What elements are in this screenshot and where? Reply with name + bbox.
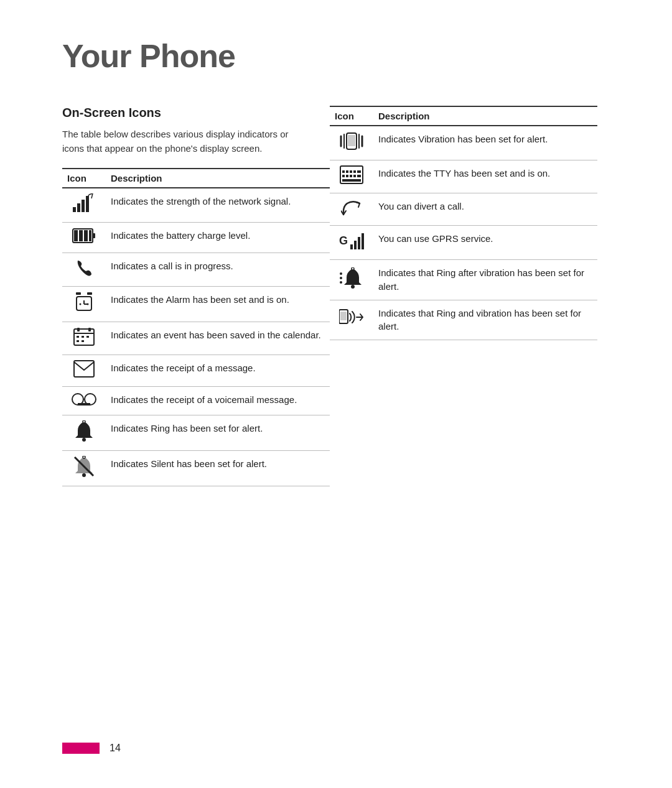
table-row: Indicates the TTY has been set and is on… (330, 160, 597, 193)
svg-rect-10 (93, 233, 95, 238)
icon-description: Indicates the TTY has been set and is on… (373, 160, 597, 193)
svg-rect-41 (350, 170, 352, 173)
left-col-desc-header: Description (106, 169, 330, 188)
svg-rect-13 (87, 292, 92, 295)
svg-rect-21 (88, 328, 91, 331)
svg-point-17 (87, 304, 89, 305)
intro-text: The table below describes various displa… (62, 127, 299, 155)
svg-rect-8 (84, 230, 88, 241)
svg-rect-9 (89, 230, 91, 241)
icon-description: Indicates an event has been saved in the… (106, 322, 330, 355)
svg-rect-42 (353, 170, 356, 173)
svg-rect-39 (342, 170, 345, 173)
table-row: Indicates Silent has been set for alert. (62, 451, 330, 486)
svg-point-56 (340, 277, 342, 279)
svg-point-16 (80, 304, 82, 305)
right-col-icon-header: Icon (330, 106, 373, 126)
svg-point-58 (351, 285, 355, 289)
ring-vibration-icon (330, 260, 373, 300)
table-row: Indicates a call is in progress. (62, 253, 330, 287)
icon-description: You can use GPRS service. (373, 226, 597, 260)
silent-icon (62, 451, 106, 486)
left-icon-table: Icon Description Indicates the strength … (62, 168, 330, 486)
table-row: Indicates the Alarm has been set and is … (62, 287, 330, 322)
svg-rect-52 (354, 241, 357, 249)
svg-rect-46 (350, 175, 352, 177)
icon-description: Indicates a call is in progress. (106, 253, 330, 287)
svg-point-32 (83, 420, 85, 423)
svg-rect-24 (86, 336, 89, 338)
vibration-icon (330, 126, 373, 160)
svg-rect-44 (342, 175, 345, 177)
table-row: Indicates that Ring after vibration has … (330, 260, 597, 300)
icon-description: Indicates that Ring after vibration has … (373, 260, 597, 300)
svg-text:G: G (339, 234, 348, 247)
svg-rect-22 (77, 336, 79, 338)
svg-rect-1 (77, 203, 80, 212)
icon-description: Indicates Silent has been set for alert. (106, 451, 330, 486)
svg-rect-6 (74, 230, 78, 241)
table-row: Indicates an event has been saved in the… (62, 322, 330, 355)
svg-rect-26 (82, 340, 84, 342)
footer: 14 (62, 743, 121, 754)
tty-icon (330, 160, 373, 193)
right-column: Icon Description Indicates Vibration has… (330, 106, 597, 340)
right-col-desc-header: Description (373, 106, 597, 126)
ring-icon (62, 415, 106, 451)
table-row: Indicates the receipt of a voicemail mes… (62, 386, 330, 415)
svg-rect-30 (78, 403, 90, 406)
gprs-icon: G (330, 226, 373, 260)
icon-description: Indicates the receipt of a message. (106, 355, 330, 386)
content-area: On-Screen Icons The table below describe… (62, 106, 622, 486)
table-row: Indicates the battery charge level. (62, 222, 330, 253)
table-row: Indicates Ring has been set for alert. (62, 415, 330, 451)
icon-description: Indicates the receipt of a voicemail mes… (106, 386, 330, 415)
icon-description: Indicates Ring has been set for alert. (106, 415, 330, 451)
svg-rect-49 (342, 179, 361, 182)
svg-point-57 (340, 281, 342, 284)
icon-description: You can divert a call. (373, 193, 597, 226)
page: Your Phone On-Screen Icons The table bel… (0, 0, 672, 788)
icon-description: Indicates that Ring and vibration has be… (373, 300, 597, 340)
table-row: Indicates the receipt of a message. (62, 355, 330, 386)
alarm-icon (62, 287, 106, 322)
svg-point-35 (83, 456, 85, 458)
svg-rect-47 (353, 175, 356, 177)
divert-icon (330, 193, 373, 226)
table-row: Indicates the strength of the network si… (62, 188, 330, 222)
voicemail-icon (62, 386, 106, 415)
svg-point-59 (352, 267, 354, 270)
right-icon-table: Icon Description Indicates Vibration has… (330, 106, 597, 340)
table-row: G You can use GPRS service. (330, 226, 597, 260)
table-row: Indicates that Ring and vibration has be… (330, 300, 597, 340)
icon-description: Indicates the strength of the network si… (106, 188, 330, 222)
page-title: Your Phone (62, 37, 622, 75)
svg-rect-54 (362, 233, 364, 249)
svg-rect-43 (357, 170, 361, 173)
svg-rect-23 (82, 336, 84, 338)
left-column: On-Screen Icons The table below describe… (62, 106, 330, 486)
svg-rect-2 (82, 200, 85, 212)
svg-rect-51 (350, 244, 353, 249)
svg-rect-37 (348, 135, 355, 146)
table-row: You can divert a call. (330, 193, 597, 226)
svg-rect-7 (79, 230, 83, 241)
svg-rect-27 (74, 361, 94, 377)
signal-icon (62, 188, 106, 222)
footer-accent (62, 743, 100, 754)
icon-description: Indicates the Alarm has been set and is … (106, 287, 330, 322)
svg-point-55 (340, 272, 342, 275)
message-icon (62, 355, 106, 386)
calendar-icon (62, 322, 106, 355)
svg-rect-25 (77, 340, 79, 342)
icon-description: Indicates Vibration has been set for ale… (373, 126, 597, 160)
ring-and-vibration-icon (330, 300, 373, 340)
svg-point-31 (82, 438, 86, 442)
left-col-icon-header: Icon (62, 169, 106, 188)
svg-rect-40 (346, 170, 348, 173)
svg-rect-48 (357, 175, 361, 177)
svg-rect-61 (340, 312, 347, 320)
svg-rect-20 (77, 328, 80, 331)
icon-description: Indicates the battery charge level. (106, 222, 330, 253)
svg-point-33 (82, 473, 86, 477)
